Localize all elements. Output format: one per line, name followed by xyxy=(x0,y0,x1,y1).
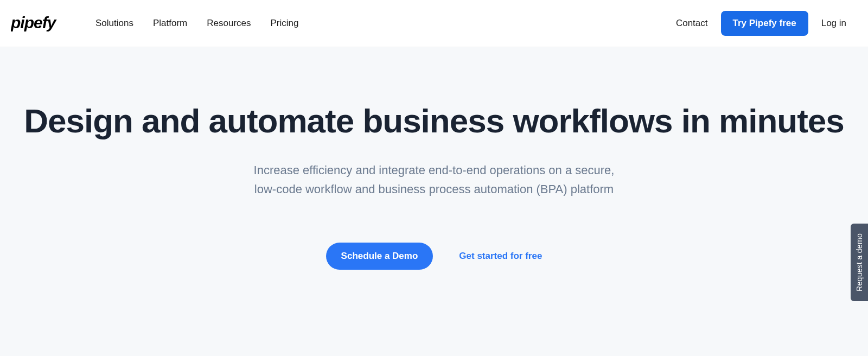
main-header: pipefy Solutions Platform Resources Pric… xyxy=(0,0,868,47)
nav-platform[interactable]: Platform xyxy=(153,18,187,29)
hero-section: Design and automate business workflows i… xyxy=(0,47,868,356)
get-started-link[interactable]: Get started for free xyxy=(459,251,542,262)
request-demo-tab[interactable]: Request a demo xyxy=(851,224,868,301)
hero-title: Design and automate business workflows i… xyxy=(22,101,846,140)
contact-link[interactable]: Contact xyxy=(676,18,708,29)
schedule-demo-button[interactable]: Schedule a Demo xyxy=(326,243,433,270)
nav-pricing[interactable]: Pricing xyxy=(271,18,299,29)
hero-actions: Schedule a Demo Get started for free xyxy=(22,243,846,270)
svg-text:pipefy: pipefy xyxy=(11,14,57,31)
nav-solutions[interactable]: Solutions xyxy=(95,18,133,29)
login-link[interactable]: Log in xyxy=(821,18,846,29)
try-free-button[interactable]: Try Pipefy free xyxy=(721,11,808,36)
pipefy-logo[interactable]: pipefy xyxy=(11,14,69,33)
main-navigation: Solutions Platform Resources Pricing xyxy=(95,18,298,29)
header-left-section: pipefy Solutions Platform Resources Pric… xyxy=(11,14,298,33)
header-right-section: Contact Try Pipefy free Log in xyxy=(676,11,846,36)
hero-subtitle: Increase efficiency and integrate end-to… xyxy=(244,161,624,199)
nav-resources[interactable]: Resources xyxy=(207,18,251,29)
